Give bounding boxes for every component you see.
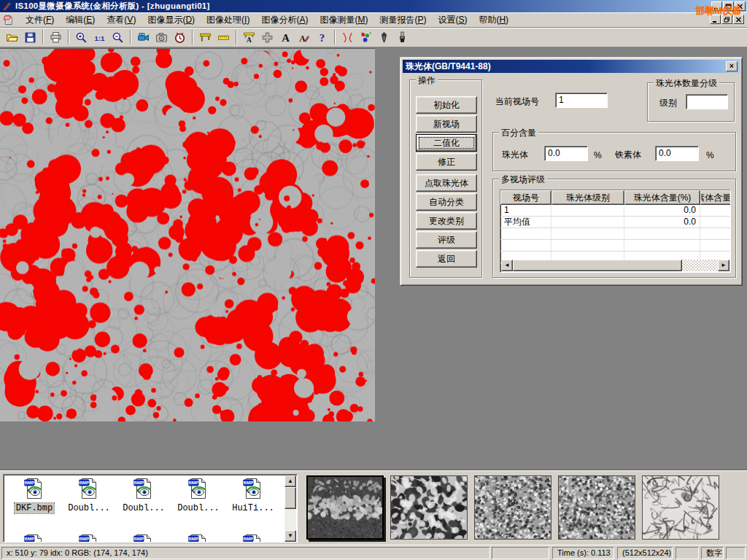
thumb-5[interactable]	[642, 475, 719, 540]
ferrite-percent-input[interactable]: 0.0	[655, 146, 699, 161]
file-item-partial[interactable]: BMP	[8, 533, 61, 542]
file-label[interactable]: DKF.bmp	[15, 503, 54, 513]
thumb-4[interactable]	[558, 475, 635, 540]
brush-button[interactable]	[393, 29, 411, 46]
actual-size-button[interactable]: 1:1	[90, 29, 109, 46]
file-item-DKF.bmp[interactable]: BMPDKF.bmp	[8, 477, 61, 513]
scroll-up-button[interactable]: ▲	[285, 475, 296, 487]
column-header-3[interactable]: 珠光体含量(%)	[624, 190, 700, 205]
menu-图像测量M[interactable]: 图像测量(M)	[314, 12, 374, 28]
pearlite-percent-input[interactable]: 0.0	[544, 146, 588, 161]
save-icon	[24, 31, 36, 44]
open-button[interactable]	[3, 29, 21, 46]
menu-图像处理I[interactable]: 图像处理(I)	[201, 12, 255, 28]
table-row[interactable]: 10.0	[500, 205, 730, 217]
text-button[interactable]: A	[276, 29, 295, 46]
menu-图像显示D[interactable]: 图像显示(D)	[142, 12, 201, 28]
scroll-left-button[interactable]: ◄	[501, 260, 513, 271]
measure-text-button[interactable]: A	[240, 29, 258, 46]
menu-帮助H[interactable]: 帮助(H)	[473, 12, 514, 28]
video-camera-button[interactable]	[134, 29, 152, 46]
text-icon: A	[279, 31, 292, 44]
column-header-4[interactable]: 铁素体含量(%)	[700, 190, 731, 205]
menu-编辑E[interactable]: 编辑(E)	[60, 12, 101, 28]
svg-text:DOC: DOC	[4, 17, 10, 20]
op-button-3[interactable]: 二值化	[416, 134, 477, 152]
pen-button[interactable]	[375, 29, 393, 46]
table-row[interactable]	[500, 240, 730, 252]
scroll-right-button[interactable]: ►	[718, 260, 729, 271]
menu-图像分析A[interactable]: 图像分析(A)	[255, 12, 314, 28]
timer-button[interactable]	[171, 29, 189, 46]
file-label[interactable]: Doubl...	[121, 503, 166, 513]
zoom-out-button[interactable]	[109, 29, 127, 46]
file-list-vscrollbar[interactable]: ▲ ▼	[285, 475, 296, 542]
spline-button[interactable]	[338, 29, 357, 46]
op-button-1[interactable]: 初始化	[416, 96, 477, 114]
file-item-Doubl...[interactable]: BMPDoubl...	[117, 477, 170, 513]
camera-button[interactable]	[152, 29, 171, 46]
menu-测量报告P[interactable]: 测量报告(P)	[374, 12, 432, 28]
ferrite-percent-label: 铁素体	[615, 149, 641, 161]
cell-r1c4	[700, 205, 731, 217]
zoom-in-icon	[75, 31, 88, 44]
pearlite-percent-label: 珠光体	[502, 149, 528, 161]
scroll-down-button[interactable]: ▼	[285, 530, 296, 542]
hscroll-track[interactable]	[682, 260, 718, 271]
caliper-button[interactable]	[196, 29, 214, 46]
table-hscrollbar[interactable]: ◄ ►	[501, 260, 729, 271]
column-header-1[interactable]: 视场号	[500, 190, 551, 205]
classify-button[interactable]: 13	[357, 29, 375, 46]
zoom-in-button[interactable]	[72, 29, 90, 46]
dialog-close-button[interactable]: ×	[726, 61, 738, 71]
svg-text:BMP: BMP	[243, 480, 253, 485]
thumb-1[interactable]	[306, 475, 384, 540]
file-item-Doubl...[interactable]: BMPDoubl...	[63, 477, 115, 513]
file-item-partial[interactable]: BMP	[117, 533, 170, 542]
op-button-7[interactable]: 更改类别	[416, 212, 477, 230]
grid-cross-button[interactable]	[258, 29, 276, 46]
menu-查看V[interactable]: 查看(V)	[101, 12, 142, 28]
vscroll-thumb[interactable]	[285, 487, 296, 509]
toolbar-separator	[192, 30, 193, 44]
svg-text:1:1: 1:1	[95, 34, 105, 42]
table-row[interactable]: 平均值0.0	[500, 217, 730, 228]
column-header-2[interactable]: 珠光体级别	[551, 190, 624, 205]
print-button[interactable]	[47, 29, 65, 46]
save-button[interactable]	[21, 29, 39, 46]
table-row[interactable]	[500, 228, 730, 240]
micrograph-image[interactable]	[0, 48, 375, 421]
status-mode: 数字	[701, 547, 724, 559]
file-item-HuiTi...[interactable]: BMPHuiTi...	[227, 477, 279, 513]
annotate-button[interactable]: A	[295, 29, 313, 46]
measure-text-icon: A	[243, 31, 255, 44]
file-item-partial[interactable]: BMP	[172, 533, 225, 542]
hscroll-thumb[interactable]	[513, 260, 682, 271]
op-button-8[interactable]: 评级	[416, 231, 477, 249]
op-button-2[interactable]: 新视场	[416, 115, 477, 133]
menu-文件F[interactable]: 文件(F)	[20, 12, 60, 28]
grade-level-input[interactable]	[686, 94, 728, 109]
grid-cross-icon	[261, 31, 274, 44]
help-button[interactable]: ?	[313, 29, 331, 46]
op-button-4[interactable]: 修正	[416, 153, 477, 171]
file-item-partial[interactable]: BMP	[227, 533, 279, 542]
current-field-input[interactable]: 1	[555, 93, 608, 108]
dialog-title-bar[interactable]: 珠光体(GB/T9441-88) ×	[403, 60, 740, 73]
svg-text:BMP: BMP	[243, 536, 253, 541]
multifield-table[interactable]: 视场号珠光体级别珠光体含量(%)铁素体含量(%) 10.0平均值0.0 ◄ ►	[500, 190, 731, 273]
ruler-button[interactable]	[214, 29, 233, 46]
file-label[interactable]: Doubl...	[176, 503, 221, 513]
file-label[interactable]: HuiTi...	[231, 503, 276, 513]
menu-设置S[interactable]: 设置(S)	[432, 12, 473, 28]
svg-text:BMP: BMP	[24, 536, 34, 541]
op-button-9[interactable]: 返回	[416, 250, 477, 268]
thumb-3[interactable]	[474, 475, 551, 540]
thumb-2[interactable]	[390, 475, 468, 540]
file-item-partial[interactable]: BMP	[63, 533, 115, 542]
file-item-Doubl...[interactable]: BMPDoubl...	[172, 477, 225, 513]
file-label[interactable]: Doubl...	[66, 503, 112, 513]
svg-text:A: A	[247, 36, 252, 44]
op-button-5[interactable]: 点取珠光体	[416, 174, 477, 192]
op-button-6[interactable]: 自动分类	[416, 193, 477, 211]
